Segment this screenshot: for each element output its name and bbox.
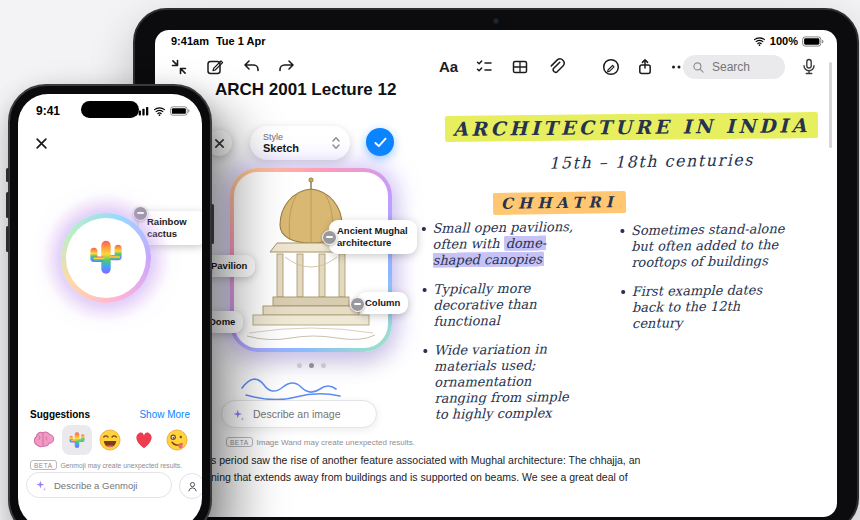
style-label: Style [263,132,299,142]
list-item: Sometimes stand-alone but often added to… [620,221,791,271]
notes-toolbar: Aa [155,52,837,82]
close-icon [35,137,48,150]
chhatri-sketch-image [235,173,387,347]
suggestions-label: Suggestions [30,409,90,420]
confirm-button[interactable] [366,128,394,156]
beta-badge: BETA [226,437,253,447]
heart-emoji[interactable] [129,425,159,455]
iphone-time: 9:41 [36,104,60,118]
mic-icon[interactable] [799,57,819,77]
remove-tag-icon[interactable] [350,297,365,312]
handwritten-scribble [236,368,352,400]
zany-face-emoji[interactable] [162,425,192,455]
remove-tag-icon[interactable] [322,230,337,245]
attachment-icon[interactable] [546,57,566,77]
notes-left-column: Small open pavilions, often with dome-sh… [422,219,576,423]
note-title: ARCH 2001 Lecture 12 [215,80,396,100]
style-selector[interactable]: Style Sketch [250,126,350,160]
battery-icon [170,106,190,116]
ipad-time: 9:41am [171,35,209,47]
brain-emoji[interactable] [28,425,58,455]
markup-pen-icon[interactable] [601,57,621,77]
ipad-battery-percent: 100% [770,35,798,47]
chevron-up-down-icon [331,135,341,151]
search-icon [692,61,705,74]
iphone-device: 9:41 Rainbow cactus Su [8,84,212,520]
rainbow-cactus-emoji[interactable] [62,425,92,455]
describe-genmoji-field[interactable] [26,472,172,498]
compose-icon[interactable] [205,57,225,77]
person-icon [186,480,199,493]
wifi-icon [153,106,166,116]
battery-icon [802,36,824,47]
handwritten-heading: ARCHITECTURE IN INDIA [445,114,818,140]
ipad-status-bar: 9:41am Tue 1 Apr 100% [171,35,824,47]
tag-ancient-mughal-architecture[interactable]: Ancient Mughal architecture [329,220,417,254]
action-button [6,168,9,182]
undo-icon[interactable] [241,57,261,77]
beta-badge: BETA [30,460,57,470]
iphone-status-icons [135,106,190,116]
genmoji-beta-notice: BETA Genmoji may create unexpected resul… [30,460,182,470]
redo-icon[interactable] [277,57,297,77]
power-button [211,204,214,244]
tag-column[interactable]: Column [357,292,408,314]
close-icon [214,138,225,149]
list-item: Small open pavilions, often with dome-sh… [422,219,575,269]
wifi-icon [753,36,766,46]
volume-up-button [6,192,9,218]
cellular-icon [135,106,149,116]
list-item: Typically more decorative than functiona… [423,280,576,330]
describe-image-input[interactable] [251,407,365,421]
handwritten-section-heading: CHHATRI [493,193,626,213]
note-body-text: s period saw the rise of another feature… [211,452,811,486]
ipad-camera [493,18,499,24]
list-item: First example dates back to the 12th cen… [621,282,792,332]
marketing-canvas: 9:41am Tue 1 Apr 100% Aa [0,0,860,520]
checkmark-icon [374,137,387,148]
sparkle-icon [232,408,245,421]
handwritten-subheading: 15th – 18th centuries [549,150,754,173]
describe-genmoji-input[interactable] [52,479,156,492]
image-wand-beta-notice: BETA Image Wand may create unexpected re… [226,437,415,447]
table-icon[interactable] [510,57,530,77]
person-avatar-button[interactable] [179,473,202,499]
ipad-date: Tue 1 Apr [216,35,266,47]
dynamic-island [81,101,139,118]
describe-image-field[interactable] [221,400,377,428]
sparkle-icon [35,479,47,491]
search-input[interactable] [710,59,776,75]
search-field[interactable] [683,55,785,79]
text-format-button[interactable]: Aa [439,57,458,77]
collapse-icon[interactable] [169,57,189,77]
laughing-emoji[interactable] [95,425,125,455]
genmoji-preview[interactable] [61,213,151,303]
iphone-screen: 9:41 Rainbow cactus Su [18,94,202,520]
list-item: Wide variation in materials used; orname… [423,341,576,423]
checklist-icon[interactable] [474,57,494,77]
rainbow-cactus-emoji [81,236,131,280]
close-button[interactable] [30,132,52,154]
share-icon[interactable] [635,57,655,77]
volume-down-button [6,226,9,252]
scrollbar[interactable] [829,62,832,148]
show-more-link[interactable]: Show More [139,409,190,420]
suggestion-row [28,425,192,455]
style-value: Sketch [263,142,299,155]
notes-right-column: Sometimes stand-alone but often added to… [620,221,791,332]
